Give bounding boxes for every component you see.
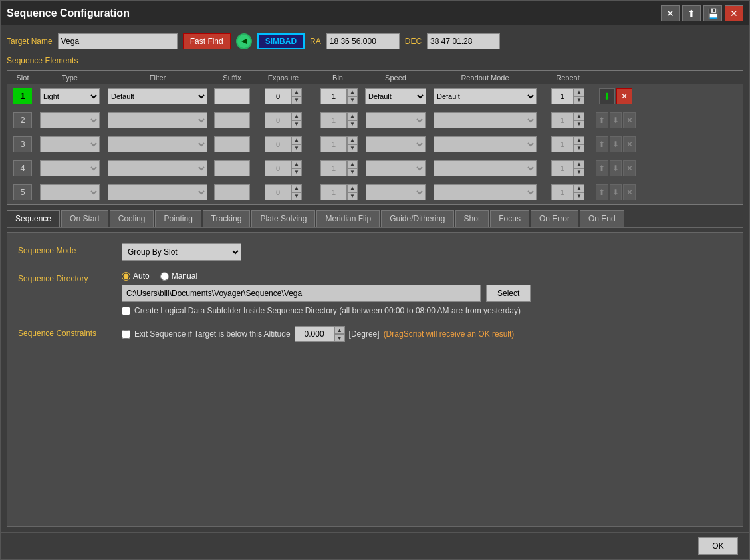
bin-4-down[interactable]: ▼ xyxy=(347,168,358,176)
speed-3-select[interactable] xyxy=(366,136,426,152)
window-close-button[interactable]: ✕ xyxy=(725,5,743,21)
repeat-1-down[interactable]: ▼ xyxy=(574,96,584,104)
tab-plate-solving[interactable]: Plate Solving xyxy=(251,210,315,227)
exposure-2-input[interactable] xyxy=(265,112,291,128)
exposure-2-down[interactable]: ▼ xyxy=(291,120,302,128)
bin-3-input[interactable] xyxy=(320,136,347,152)
exposure-4-up[interactable]: ▲ xyxy=(291,160,302,168)
exposure-2-up[interactable]: ▲ xyxy=(291,112,302,120)
repeat-1-input[interactable] xyxy=(551,88,574,104)
altitude-up[interactable]: ▲ xyxy=(334,326,345,334)
target-name-input[interactable] xyxy=(58,33,178,49)
type-4-select[interactable] xyxy=(40,160,100,176)
readout-3-select[interactable] xyxy=(434,136,537,152)
manual-radio[interactable] xyxy=(160,272,169,281)
tab-on-end[interactable]: On End xyxy=(580,210,624,227)
exposure-5-input[interactable] xyxy=(265,184,291,200)
bin-5-input[interactable] xyxy=(320,184,347,200)
repeat-2-input[interactable] xyxy=(551,112,574,128)
filter-5-select[interactable] xyxy=(108,184,207,200)
delete-1-button[interactable]: ✕ xyxy=(616,88,632,104)
exposure-3-down[interactable]: ▼ xyxy=(291,144,302,152)
suffix-5-input[interactable] xyxy=(214,184,250,200)
repeat-3-up[interactable]: ▲ xyxy=(574,136,584,144)
repeat-5-input[interactable] xyxy=(551,184,574,200)
tab-focus[interactable]: Focus xyxy=(490,210,529,227)
move-up-2-button[interactable]: ⬆ xyxy=(596,112,608,128)
exposure-1-up[interactable]: ▲ xyxy=(291,88,302,96)
upload-button[interactable]: ⬆ xyxy=(682,5,701,21)
repeat-5-down[interactable]: ▼ xyxy=(574,192,584,200)
repeat-4-down[interactable]: ▼ xyxy=(574,168,584,176)
speed-5-select[interactable] xyxy=(366,184,426,200)
type-3-select[interactable] xyxy=(40,136,100,152)
repeat-1-up[interactable]: ▲ xyxy=(574,88,584,96)
move-down-2-button[interactable]: ⬇ xyxy=(610,112,622,128)
repeat-4-input[interactable] xyxy=(551,160,574,176)
delete-2-button[interactable]: ✕ xyxy=(623,112,636,128)
auto-radio[interactable] xyxy=(122,272,130,281)
close-x-button[interactable]: ✕ xyxy=(661,5,680,21)
type-5-select[interactable] xyxy=(40,184,100,200)
delete-5-button[interactable]: ✕ xyxy=(623,184,636,200)
bin-3-down[interactable]: ▼ xyxy=(347,144,358,152)
tab-on-start[interactable]: On Start xyxy=(61,210,108,227)
filter-4-select[interactable] xyxy=(108,160,207,176)
directory-path-input[interactable] xyxy=(122,285,481,302)
readout-4-select[interactable] xyxy=(434,160,537,176)
move-up-3-button[interactable]: ⬆ xyxy=(596,136,608,152)
exposure-4-input[interactable] xyxy=(265,160,291,176)
suffix-3-input[interactable] xyxy=(214,136,250,152)
type-2-select[interactable] xyxy=(40,112,100,128)
exposure-1-down[interactable]: ▼ xyxy=(291,96,302,104)
manual-radio-label[interactable]: Manual xyxy=(160,271,197,281)
repeat-2-down[interactable]: ▼ xyxy=(574,120,584,128)
bin-4-up[interactable]: ▲ xyxy=(347,160,358,168)
repeat-5-up[interactable]: ▲ xyxy=(574,184,584,192)
exposure-1-input[interactable] xyxy=(265,88,291,104)
bin-2-down[interactable]: ▼ xyxy=(347,120,358,128)
type-1-select[interactable]: Light Dark Bias Flat xyxy=(40,88,100,104)
repeat-4-up[interactable]: ▲ xyxy=(574,160,584,168)
altitude-input[interactable] xyxy=(295,326,334,342)
bin-5-down[interactable]: ▼ xyxy=(347,192,358,200)
tab-meridian-flip[interactable]: Meridian Flip xyxy=(316,210,380,227)
move-down-3-button[interactable]: ⬇ xyxy=(610,136,622,152)
bin-2-up[interactable]: ▲ xyxy=(347,112,358,120)
bin-1-down[interactable]: ▼ xyxy=(347,96,358,104)
bin-4-input[interactable] xyxy=(320,160,347,176)
fast-find-button[interactable]: Fast Find xyxy=(183,33,231,49)
green-circle-button[interactable] xyxy=(236,33,252,49)
bin-5-up[interactable]: ▲ xyxy=(347,184,358,192)
tab-on-error[interactable]: On Error xyxy=(531,210,578,227)
exposure-4-down[interactable]: ▼ xyxy=(291,168,302,176)
filter-2-select[interactable] xyxy=(108,112,207,128)
speed-4-select[interactable] xyxy=(366,160,426,176)
move-up-4-button[interactable]: ⬆ xyxy=(596,160,608,176)
suffix-1-input[interactable] xyxy=(214,88,250,104)
tab-pointing[interactable]: Pointing xyxy=(155,210,201,227)
move-up-5-button[interactable]: ⬆ xyxy=(596,184,608,200)
move-down-5-button[interactable]: ⬇ xyxy=(610,184,622,200)
repeat-3-down[interactable]: ▼ xyxy=(574,144,584,152)
exposure-5-down[interactable]: ▼ xyxy=(291,192,302,200)
bin-1-up[interactable]: ▲ xyxy=(347,88,358,96)
ok-button[interactable]: OK xyxy=(698,537,738,555)
repeat-2-up[interactable]: ▲ xyxy=(574,112,584,120)
simbad-button[interactable]: SIMBAD xyxy=(257,33,305,49)
altitude-down[interactable]: ▼ xyxy=(334,334,345,342)
readout-2-select[interactable] xyxy=(434,112,537,128)
tab-sequence[interactable]: Sequence xyxy=(7,210,60,228)
speed-1-select[interactable]: Default xyxy=(365,88,426,104)
bin-2-input[interactable] xyxy=(320,112,347,128)
delete-4-button[interactable]: ✕ xyxy=(623,160,636,176)
exposure-5-up[interactable]: ▲ xyxy=(291,184,302,192)
move-down-1-button[interactable]: ⬇ xyxy=(599,88,615,104)
select-directory-button[interactable]: Select xyxy=(486,285,531,302)
create-subfolder-checkbox[interactable] xyxy=(122,307,130,315)
readout-1-select[interactable]: Default xyxy=(434,88,537,104)
auto-radio-label[interactable]: Auto xyxy=(122,271,150,281)
tab-cooling[interactable]: Cooling xyxy=(110,210,154,227)
suffix-2-input[interactable] xyxy=(214,112,250,128)
repeat-3-input[interactable] xyxy=(551,136,574,152)
